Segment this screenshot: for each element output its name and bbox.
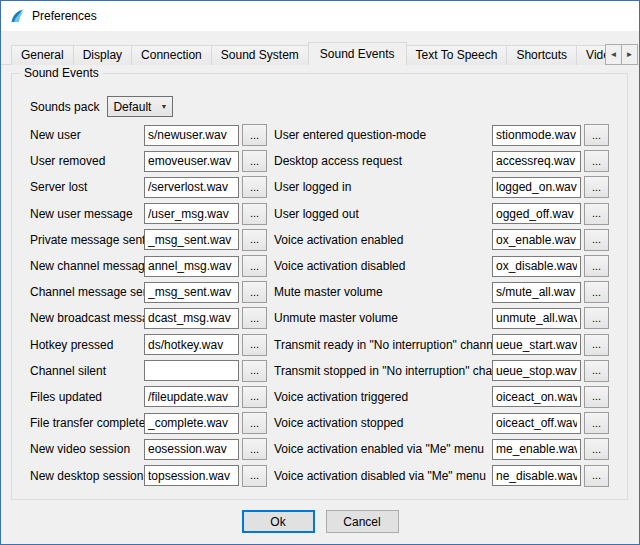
sound-event-label: New video session xyxy=(30,442,144,456)
browse-button[interactable]: ... xyxy=(242,465,267,487)
tab-connection[interactable]: Connection xyxy=(131,45,212,65)
tab-sound-system[interactable]: Sound System xyxy=(211,45,309,65)
sound-file-input[interactable] xyxy=(492,413,581,434)
browse-button[interactable]: ... xyxy=(242,281,267,303)
browse-button[interactable]: ... xyxy=(584,150,609,172)
ok-button[interactable]: Ok xyxy=(242,510,315,533)
sound-event-label: New user message xyxy=(30,207,144,221)
browse-button[interactable]: ... xyxy=(242,124,267,146)
sound-event-label: Mute master volume xyxy=(274,285,492,299)
tab-text-to-speech[interactable]: Text To Speech xyxy=(406,45,508,65)
browse-button[interactable]: ... xyxy=(584,334,609,356)
group-title: Sound Events xyxy=(20,66,103,80)
sound-file-input[interactable] xyxy=(492,229,581,250)
sound-events-group: Sound Events Sounds pack Default ▼ New u… xyxy=(11,73,628,500)
sound-file-input[interactable] xyxy=(492,151,581,172)
sound-event-label: New desktop session xyxy=(30,469,144,483)
sound-event-label: Voice activation disabled via "Me" menu xyxy=(274,469,492,483)
tab-shortcuts[interactable]: Shortcuts xyxy=(506,45,577,65)
tab-scroll-left-button[interactable]: ◄ xyxy=(605,44,622,65)
sound-event-row: Voice activation enabled via "Me" menu..… xyxy=(274,436,609,462)
sound-event-label: Desktop access request xyxy=(274,154,492,168)
sound-event-label: File transfer complete xyxy=(30,416,144,430)
sound-event-row: Files updated... xyxy=(30,384,267,410)
sound-event-label: Voice activation triggered xyxy=(274,390,492,404)
browse-button[interactable]: ... xyxy=(584,360,609,382)
sounds-pack-select[interactable]: Default ▼ xyxy=(107,96,173,117)
sound-event-label: User logged out xyxy=(274,207,492,221)
browse-button[interactable]: ... xyxy=(584,124,609,146)
sound-file-input[interactable] xyxy=(144,282,239,303)
cancel-button[interactable]: Cancel xyxy=(326,510,399,533)
browse-button[interactable]: ... xyxy=(242,412,267,434)
browse-button[interactable]: ... xyxy=(242,360,267,382)
sound-file-input[interactable] xyxy=(144,177,239,198)
sound-event-label: Files updated xyxy=(30,390,144,404)
sound-event-label: Voice activation enabled xyxy=(274,233,492,247)
sound-event-row: Voice activation stopped... xyxy=(274,410,609,436)
tab-scroll-right-button[interactable]: ► xyxy=(621,44,638,65)
browse-button[interactable]: ... xyxy=(242,438,267,460)
sound-event-row: Private message sent... xyxy=(30,227,267,253)
browse-button[interactable]: ... xyxy=(242,255,267,277)
sound-event-row: New user... xyxy=(30,122,267,148)
sound-event-label: Voice activation enabled via "Me" menu xyxy=(274,442,492,456)
sound-file-input[interactable] xyxy=(144,308,239,329)
sound-event-row: User entered question-mode... xyxy=(274,122,609,148)
browse-button[interactable]: ... xyxy=(584,229,609,251)
tab-sound-events[interactable]: Sound Events xyxy=(308,42,407,65)
browse-button[interactable]: ... xyxy=(242,229,267,251)
sound-file-input[interactable] xyxy=(492,177,581,198)
sound-event-row: New channel message... xyxy=(30,253,267,279)
sound-file-input[interactable] xyxy=(144,151,239,172)
sound-file-input[interactable] xyxy=(144,465,239,486)
sound-file-input[interactable] xyxy=(144,125,239,146)
sound-file-input[interactable] xyxy=(144,203,239,224)
sound-file-input[interactable] xyxy=(492,334,581,355)
sound-event-label: Transmit stopped in "No interruption" ch… xyxy=(274,364,492,378)
browse-button[interactable]: ... xyxy=(584,386,609,408)
browse-button[interactable]: ... xyxy=(584,203,609,225)
sound-file-input[interactable] xyxy=(144,256,239,277)
browse-button[interactable]: ... xyxy=(242,334,267,356)
browse-button[interactable]: ... xyxy=(584,412,609,434)
sound-file-input[interactable] xyxy=(144,360,239,381)
sound-file-input[interactable] xyxy=(492,256,581,277)
sound-file-input[interactable] xyxy=(492,203,581,224)
sound-file-input[interactable] xyxy=(144,386,239,407)
sound-file-input[interactable] xyxy=(144,439,239,460)
sound-file-input[interactable] xyxy=(492,282,581,303)
sound-event-row: User logged out... xyxy=(274,201,609,227)
sound-event-label: Unmute master volume xyxy=(274,311,492,325)
sound-event-row: Hotkey pressed... xyxy=(30,332,267,358)
browse-button[interactable]: ... xyxy=(584,465,609,487)
sound-file-input[interactable] xyxy=(492,386,581,407)
sound-file-input[interactable] xyxy=(492,439,581,460)
arrow-left-icon: ◄ xyxy=(610,50,618,59)
sound-file-input[interactable] xyxy=(492,308,581,329)
sound-file-input[interactable] xyxy=(144,229,239,250)
sound-event-row: Desktop access request... xyxy=(274,148,609,174)
browse-button[interactable]: ... xyxy=(242,307,267,329)
tab-display[interactable]: Display xyxy=(73,45,132,65)
sound-file-input[interactable] xyxy=(492,360,581,381)
browse-button[interactable]: ... xyxy=(584,176,609,198)
tab-general[interactable]: General xyxy=(11,45,74,65)
browse-button[interactable]: ... xyxy=(242,203,267,225)
sound-file-input[interactable] xyxy=(492,125,581,146)
browse-button[interactable]: ... xyxy=(242,386,267,408)
sound-file-input[interactable] xyxy=(144,334,239,355)
sound-file-input[interactable] xyxy=(492,465,581,486)
sound-event-label: Private message sent xyxy=(30,233,144,247)
sound-event-label: Transmit ready in "No interruption" chan… xyxy=(274,338,492,352)
tab-bar: GeneralDisplayConnectionSound SystemSoun… xyxy=(1,41,639,65)
browse-button[interactable]: ... xyxy=(584,281,609,303)
browse-button[interactable]: ... xyxy=(242,176,267,198)
sound-event-row: User removed... xyxy=(30,148,267,174)
sound-file-input[interactable] xyxy=(144,413,239,434)
browse-button[interactable]: ... xyxy=(584,307,609,329)
browse-button[interactable]: ... xyxy=(584,438,609,460)
browse-button[interactable]: ... xyxy=(242,150,267,172)
sounds-pack-value: Default xyxy=(113,100,151,114)
browse-button[interactable]: ... xyxy=(584,255,609,277)
